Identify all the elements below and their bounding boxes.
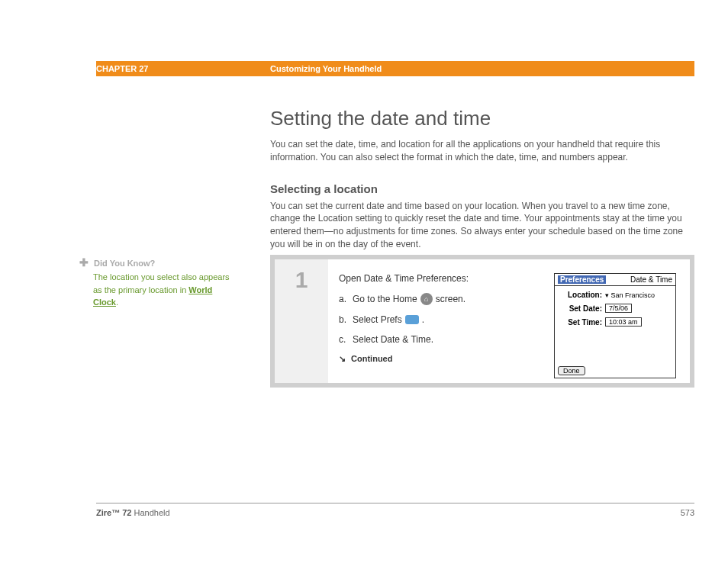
page-footer: Zire™ 72 Handheld 573 [96, 503, 694, 517]
step-box: 1 Open Date & Time Preferences: a. Go to… [270, 255, 694, 388]
step-number-column: 1 [275, 259, 328, 383]
prefs-icon [405, 315, 419, 324]
chapter-header-bar: CHAPTER 27 Customizing Your Handheld [34, 61, 694, 76]
section-paragraph: You can set the current date and time ba… [270, 200, 694, 251]
page-number: 573 [681, 508, 694, 517]
done-button[interactable]: Done [558, 366, 585, 375]
date-field[interactable]: 7/5/06 [605, 304, 632, 313]
step-title: Open Date & Time Preferences: [339, 273, 543, 284]
device-header-left: Preferences [558, 275, 606, 284]
step-c: c. Select Date & Time. [339, 334, 543, 345]
time-field[interactable]: 10:03 am [605, 317, 642, 327]
date-row: Set Date: 7/5/06 [561, 304, 669, 313]
device-screenshot: Preferences Date & Time Location: ▾ San … [554, 273, 676, 378]
tip-body: The location you select also appears as … [79, 271, 232, 309]
step-a: a. Go to the Home ⌂ screen. [339, 293, 543, 305]
step-number: 1 [295, 267, 308, 383]
continued-arrow-icon: ↘ [339, 354, 346, 364]
device-header-right: Date & Time [630, 275, 672, 284]
step-b: b. Select Prefs . [339, 314, 543, 325]
location-row: Location: ▾ San Francisco [561, 291, 669, 299]
product-name: Zire™ 72 Handheld [96, 508, 170, 517]
main-content: Setting the date and time You can set th… [270, 107, 694, 265]
page-heading: Setting the date and time [270, 107, 694, 130]
time-row: Set Time: 10:03 am [561, 317, 669, 327]
plus-icon: ✚ [79, 256, 89, 269]
home-icon: ⌂ [420, 293, 433, 305]
section-heading: Selecting a location [270, 182, 694, 195]
chapter-number: CHAPTER 27 [96, 64, 270, 73]
intro-paragraph: You can set the date, time, and location… [270, 138, 694, 164]
tip-header: Did You Know? [94, 259, 155, 268]
device-header: Preferences Date & Time [555, 274, 675, 286]
sidebar-tip: ✚ Did You Know? The location you select … [79, 255, 232, 309]
chapter-title: Customizing Your Handheld [270, 64, 382, 73]
step-instructions: Open Date & Time Preferences: a. Go to t… [328, 259, 554, 383]
location-dropdown[interactable]: ▾ San Francisco [605, 291, 655, 299]
continued-indicator: ↘ Continued [339, 354, 543, 364]
